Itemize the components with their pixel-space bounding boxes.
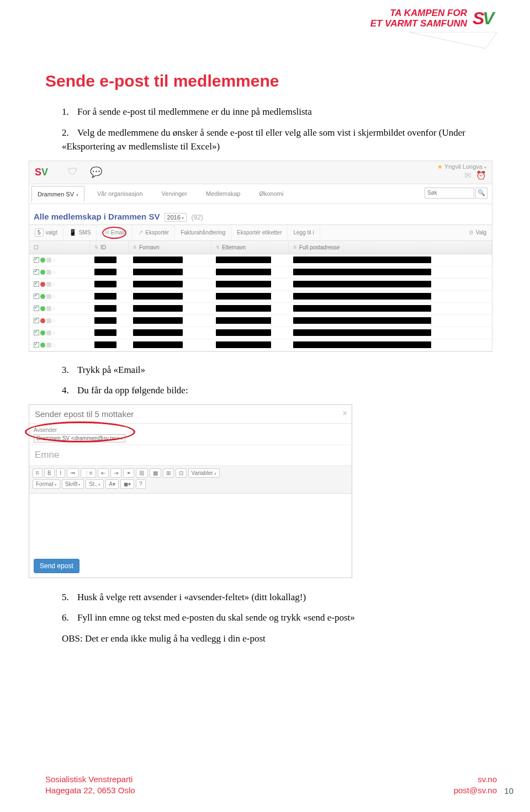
rt-button-2[interactable]: I xyxy=(56,468,65,478)
status-dot-icon xyxy=(40,318,45,323)
table-row[interactable]: ⌂ xyxy=(29,303,492,315)
chevron-down-icon[interactable]: ▾ xyxy=(484,165,486,170)
year-dropdown[interactable]: 2016 xyxy=(165,213,187,222)
rt-button-3[interactable]: ≔ xyxy=(67,468,79,478)
email-circled-icon: ✉Email xyxy=(102,227,126,239)
checkbox-icon[interactable] xyxy=(34,257,39,263)
subject-field[interactable]: Emne xyxy=(29,445,352,466)
trash-icon[interactable]: ⌂ xyxy=(52,257,55,263)
pennant-icon xyxy=(409,32,497,49)
checkbox-icon[interactable] xyxy=(34,281,39,287)
toolbar-email[interactable]: ✉Email xyxy=(97,225,132,241)
search-input[interactable] xyxy=(425,188,474,199)
clock-icon[interactable]: ⏰ xyxy=(476,170,486,180)
redacted xyxy=(94,305,116,312)
send-button[interactable]: Send epost xyxy=(34,559,80,573)
trash-icon[interactable]: ⌂ xyxy=(52,293,55,299)
rt-button-4[interactable]: ⋮≡ xyxy=(81,468,96,478)
compose-body[interactable] xyxy=(29,494,352,554)
nav-tab-okonomi[interactable]: Økonomi xyxy=(253,185,289,202)
screenshot-member-list: SV 🛡 💬 ★ Yngvil Longva ▾ ✉⏰ Drammen SV V… xyxy=(29,161,492,352)
table-row[interactable]: ⌂ xyxy=(29,339,492,351)
redacted xyxy=(216,293,271,300)
step-5: 5.Husk å velge rett avsender i «avsender… xyxy=(62,590,487,605)
nav-tab-vervinger[interactable]: Vervinger xyxy=(156,185,193,202)
steps-list-3: 5.Husk å velge rett avsender i «avsender… xyxy=(45,590,487,646)
card-icon xyxy=(46,294,51,299)
redacted xyxy=(94,329,116,336)
nav-search: 🔍 xyxy=(425,188,487,199)
th-id[interactable]: ⇅ID xyxy=(90,241,129,254)
card-icon xyxy=(46,258,51,263)
nav-tab-drammen[interactable]: Drammen SV xyxy=(31,186,84,202)
checkbox-icon[interactable] xyxy=(34,330,39,335)
redacted xyxy=(216,269,271,275)
redacted xyxy=(216,317,271,324)
slogan: TA KAMPEN FOR ET VARMT SAMFUNN xyxy=(370,8,467,29)
format-dropdown[interactable]: Format xyxy=(33,479,60,489)
toolbar-addto[interactable]: Legg til i xyxy=(288,225,320,241)
rt-button-10[interactable]: ⊞ xyxy=(163,468,174,478)
table-row[interactable]: ⌂ xyxy=(29,254,492,266)
trash-icon[interactable]: ⌂ xyxy=(52,269,55,275)
chat-icon[interactable]: 💬 xyxy=(90,166,102,178)
help-button[interactable]: ? xyxy=(136,479,146,489)
toolbar-sms[interactable]: 📱SMS xyxy=(63,225,97,241)
rt-button-5[interactable]: ⇤ xyxy=(98,468,109,478)
nav-tab-org[interactable]: Vår organisasjon xyxy=(91,185,149,202)
redacted xyxy=(133,305,183,312)
sender-dropdown[interactable]: Drammen SV <drammen@sv.no> xyxy=(34,434,125,442)
rt-button-1[interactable]: B xyxy=(44,468,55,478)
table-row[interactable]: ⌂ xyxy=(29,279,492,291)
rt-button-11[interactable]: ⊡ xyxy=(176,468,187,478)
variables-dropdown[interactable]: Variabler xyxy=(188,468,220,478)
slogan-line2: ET VARMT SAMFUNN xyxy=(370,19,467,29)
user-name[interactable]: Yngvil Longva xyxy=(444,163,483,170)
search-icon[interactable]: 🔍 xyxy=(475,188,487,199)
toolbar-export-labels[interactable]: Eksportér etiketter xyxy=(231,225,288,241)
rt-button-7[interactable]: ⚭ xyxy=(123,468,134,478)
card-icon xyxy=(46,270,51,275)
font-dropdown[interactable]: Skrift xyxy=(62,479,84,489)
checkbox-icon[interactable] xyxy=(34,293,39,299)
sender-field: Avsender Drammen SV <drammen@sv.no> xyxy=(29,424,352,445)
checkbox-icon[interactable] xyxy=(34,342,39,348)
status-dot-icon xyxy=(40,270,45,275)
text-color-button[interactable]: A▾ xyxy=(105,479,119,489)
table-row[interactable]: ⌂ xyxy=(29,315,492,327)
trash-icon[interactable]: ⌂ xyxy=(52,330,55,335)
sort-icon: ⇅ xyxy=(133,245,137,250)
mail-icon[interactable]: ✉ xyxy=(464,170,471,180)
svg-marker-2 xyxy=(409,32,497,49)
shield-icon[interactable]: 🛡 xyxy=(68,166,78,178)
bg-color-button[interactable]: ◼▾ xyxy=(120,479,134,489)
toolbar-export[interactable]: ↗Eksportér xyxy=(132,225,175,241)
checkbox-icon[interactable] xyxy=(34,318,39,323)
status-dot-icon xyxy=(40,294,45,299)
gear-icon: ⚙ xyxy=(469,229,474,236)
table-row[interactable]: ⌂ xyxy=(29,291,492,303)
th-addr[interactable]: ⇅Full postadresse xyxy=(289,241,492,254)
table-row[interactable]: ⌂ xyxy=(29,266,492,279)
trash-icon[interactable]: ⌂ xyxy=(52,318,55,323)
size-dropdown[interactable]: St.. xyxy=(86,479,104,489)
rt-button-0[interactable]: ⎘ xyxy=(33,468,43,478)
checkbox-icon[interactable] xyxy=(34,269,39,275)
rt-button-8[interactable]: ⛓ xyxy=(136,468,148,478)
rt-button-6[interactable]: ⇥ xyxy=(110,468,121,478)
trash-icon[interactable]: ⌂ xyxy=(52,342,55,348)
trash-icon[interactable]: ⌂ xyxy=(52,306,55,311)
rt-button-9[interactable]: ▦ xyxy=(150,468,161,478)
checkbox-icon[interactable] xyxy=(34,306,39,311)
th-etternavn[interactable]: ⇅Etternavn xyxy=(211,241,289,254)
close-icon[interactable]: × xyxy=(342,408,347,418)
nav-tab-medlemskap[interactable]: Medlemskap xyxy=(200,185,246,202)
trash-icon[interactable]: ⌂ xyxy=(52,281,55,287)
th-select[interactable]: ☐ xyxy=(29,241,90,254)
redacted xyxy=(94,341,116,348)
th-fornavn[interactable]: ⇅Fornavn xyxy=(129,241,211,254)
toolbar-invoice[interactable]: Fakturahåndtering xyxy=(175,225,231,241)
toolbar-options[interactable]: ⚙ Valg xyxy=(463,225,492,241)
redacted xyxy=(293,281,431,287)
table-row[interactable]: ⌂ xyxy=(29,327,492,339)
